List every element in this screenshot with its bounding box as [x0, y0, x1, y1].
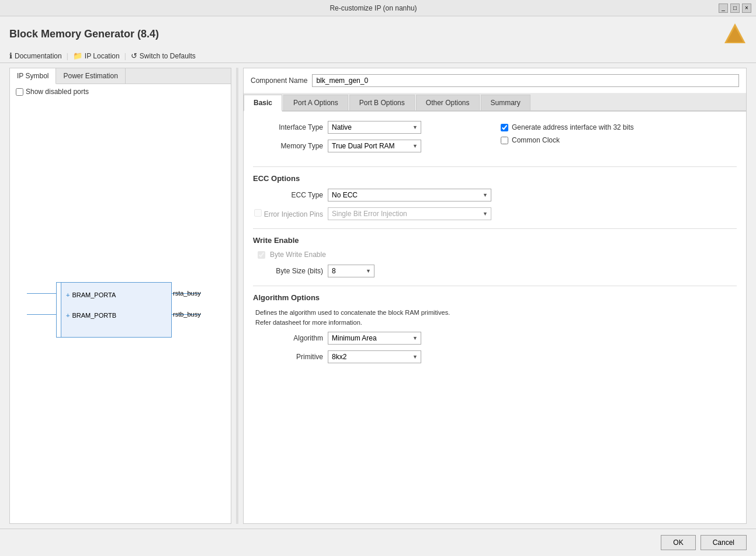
info-icon: ℹ — [9, 51, 12, 60]
algorithm-row: Algorithm Minimum Area Low Power Fixed P… — [253, 332, 737, 345]
top-form-section: Interface Type Native AXI4 Memory Type — [253, 121, 737, 158]
memory-type-select[interactable]: Single Port RAM Simple Dual Port RAM Tru… — [328, 140, 421, 152]
interface-type-label: Interface Type — [253, 123, 323, 131]
resize-handle[interactable] — [236, 68, 238, 524]
port-b-row: + BRAM_PORTB — [66, 312, 116, 319]
ecc-type-label: ECC Type — [253, 191, 323, 199]
minimize-button[interactable]: _ — [719, 4, 728, 13]
left-panel: IP Symbol Power Estimation Show disabled… — [9, 68, 231, 524]
generate-address-label: Generate address interface with 32 bits — [512, 123, 634, 131]
ecc-type-select[interactable]: No ECC Single Bit ECC Both — [328, 189, 491, 201]
left-line-b — [27, 314, 56, 315]
cancel-button[interactable]: Cancel — [700, 535, 747, 550]
generate-address-checkbox[interactable] — [501, 124, 508, 131]
tab-port-b[interactable]: Port B Options — [349, 95, 415, 110]
switch-defaults-label: Switch to Defaults — [140, 52, 196, 60]
interface-type-select[interactable]: Native AXI4 — [328, 121, 421, 134]
primitive-select[interactable]: 8kx2 8kx1 4kx4 — [328, 350, 421, 363]
left-panel-tabs: IP Symbol Power Estimation — [10, 68, 231, 84]
right-form-col: Generate address interface with 32 bits … — [501, 121, 737, 158]
port-a-label: BRAM_PORTA — [72, 291, 116, 298]
error-injection-label-text: Error Injection Pins — [264, 210, 323, 218]
algorithm-label: Algorithm — [253, 334, 323, 342]
primitive-label: Primitive — [253, 353, 323, 361]
component-name-input[interactable] — [312, 74, 739, 87]
vivado-logo-icon — [723, 22, 747, 46]
left-bracket — [56, 282, 61, 338]
signal-a-label: rsta_busy — [173, 290, 201, 297]
bottom-bar: OK Cancel — [0, 529, 756, 556]
tab-summary[interactable]: Summary — [481, 95, 530, 110]
right-panel: Component Name Basic Port A Options Port… — [243, 68, 747, 524]
maximize-button[interactable]: □ — [730, 4, 740, 13]
toolbar: ℹ Documentation | 📁 IP Location | ↺ Swit… — [0, 49, 756, 63]
byte-write-enable-checkbox — [258, 251, 265, 259]
bram-box: + BRAM_PORTA + BRAM_PORTB — [61, 282, 172, 338]
ecc-type-row: ECC Type No ECC Single Bit ECC Both — [253, 189, 737, 201]
show-disabled-ports-checkbox[interactable] — [16, 88, 23, 96]
tab-port-a[interactable]: Port A Options — [283, 95, 348, 110]
symbol-area: + BRAM_PORTA + BRAM_PORTB — [10, 99, 231, 523]
separator-2: | — [124, 52, 126, 60]
algorithm-select-wrapper: Minimum Area Low Power Fixed Primitive — [328, 332, 421, 345]
ok-button[interactable]: OK — [661, 535, 695, 550]
tab-ip-symbol[interactable]: IP Symbol — [10, 68, 56, 84]
error-injection-checkbox — [254, 209, 262, 217]
left-form-col: Interface Type Native AXI4 Memory Type — [253, 121, 489, 158]
bram-symbol: + BRAM_PORTA + BRAM_PORTB — [27, 279, 214, 343]
tab-basic[interactable]: Basic — [244, 95, 282, 112]
ip-location-label: IP Location — [85, 52, 120, 60]
error-injection-row: Error Injection Pins Single Bit Error In… — [253, 207, 737, 220]
switch-defaults-button[interactable]: ↺ Switch to Defaults — [131, 51, 196, 60]
component-name-label: Component Name — [251, 77, 307, 85]
algorithm-select[interactable]: Minimum Area Low Power Fixed Primitive — [328, 332, 421, 345]
tab-power-estimation[interactable]: Power Estimation — [56, 68, 125, 84]
window-title: Block Memory Generator (8.4) — [9, 28, 159, 40]
algorithm-description-line2: Refer datasheet for more information. — [255, 318, 737, 328]
interface-type-row: Interface Type Native AXI4 — [253, 121, 489, 134]
common-clock-label: Common Clock — [512, 136, 560, 144]
port-a-plus-icon: + — [66, 291, 70, 298]
byte-size-label: Byte Size (bits) — [253, 267, 323, 275]
memory-type-row: Memory Type Single Port RAM Simple Dual … — [253, 140, 489, 152]
write-enable-header: Write Enable — [253, 228, 737, 245]
documentation-button[interactable]: ℹ Documentation — [9, 51, 62, 60]
title-bar-buttons: _ □ × — [719, 4, 751, 13]
memory-type-select-wrapper: Single Port RAM Simple Dual Port RAM Tru… — [328, 140, 421, 152]
byte-size-select-wrapper: 8 9 — [328, 265, 374, 277]
primitive-row: Primitive 8kx2 8kx1 4kx4 — [253, 350, 737, 363]
tab-other-options[interactable]: Other Options — [416, 95, 480, 110]
port-a-row: + BRAM_PORTA — [66, 291, 116, 298]
generate-address-row: Generate address interface with 32 bits — [501, 123, 737, 131]
main-window: Block Memory Generator (8.4) ℹ Documenta… — [0, 16, 756, 556]
common-clock-row: Common Clock — [501, 136, 737, 144]
tab-bar: Basic Port A Options Port B Options Othe… — [244, 93, 746, 112]
ecc-options-header: ECC Options — [253, 166, 737, 183]
byte-size-select[interactable]: 8 9 — [328, 265, 374, 277]
error-injection-select: Single Bit Error Injection Double Bit Er… — [328, 207, 491, 220]
title-bar-title: Re-customize IP (on nanhu) — [28, 4, 719, 12]
common-clock-checkbox[interactable] — [501, 137, 508, 144]
separator-1: | — [67, 52, 68, 60]
show-disabled-ports-row: Show disabled ports — [10, 84, 231, 99]
basic-tab-content: Interface Type Native AXI4 Memory Type — [244, 112, 746, 523]
title-bar: Re-customize IP (on nanhu) _ □ × — [0, 0, 756, 16]
memory-type-label: Memory Type — [253, 142, 323, 150]
content-area: IP Symbol Power Estimation Show disabled… — [0, 63, 756, 529]
refresh-icon: ↺ — [131, 51, 137, 60]
ip-location-button[interactable]: 📁 IP Location — [73, 51, 120, 60]
interface-type-select-wrapper: Native AXI4 — [328, 121, 421, 134]
ecc-type-select-wrapper: No ECC Single Bit ECC Both — [328, 189, 491, 201]
port-b-plus-icon: + — [66, 312, 70, 319]
algorithm-options-header: Algorithm Options — [253, 286, 737, 302]
close-button[interactable]: × — [742, 4, 751, 13]
show-disabled-ports-label: Show disabled ports — [26, 88, 89, 96]
primitive-select-wrapper: 8kx2 8kx1 4kx4 — [328, 350, 421, 363]
port-b-label: BRAM_PORTB — [72, 312, 116, 319]
byte-size-row: Byte Size (bits) 8 9 — [253, 265, 737, 277]
error-injection-select-wrapper: Single Bit Error Injection Double Bit Er… — [328, 207, 491, 220]
window-header: Block Memory Generator (8.4) — [0, 16, 756, 49]
folder-icon: 📁 — [73, 51, 82, 60]
left-line-a — [27, 293, 56, 294]
component-name-row: Component Name — [244, 68, 746, 93]
